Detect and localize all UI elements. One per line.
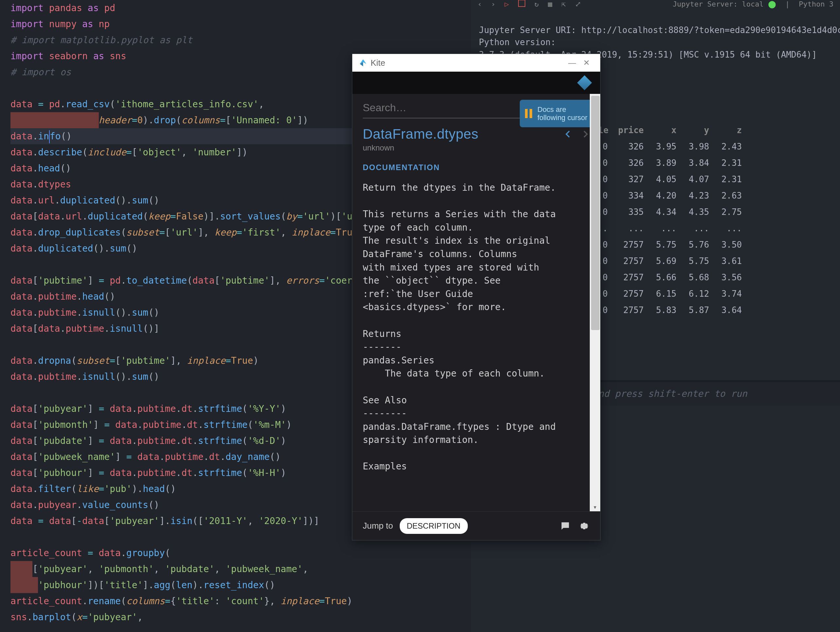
chat-icon[interactable] xyxy=(560,520,571,532)
kite-footer: Jump to DESCRIPTION xyxy=(352,511,600,540)
kite-titlebar[interactable]: Kite — ✕ xyxy=(352,54,600,72)
minimize-icon[interactable]: — xyxy=(565,58,579,67)
documentation-body: Return the dtypes in the DataFrame. This… xyxy=(363,181,590,473)
scrollbar[interactable]: ▴ ▾ xyxy=(590,94,600,511)
run-icon[interactable]: ▷ xyxy=(505,0,509,8)
jump-to-label: Jump to xyxy=(363,521,393,531)
toolbar-chevron-left-icon[interactable]: ‹ xyxy=(478,0,482,8)
follow-label: Docs are following cursor xyxy=(537,105,589,122)
jupyter-toolbar: ‹ › ▷ ↻ ▦ ⇱ ⤢ Jupyter Server: local ⬤ | … xyxy=(471,0,840,8)
stop-icon[interactable] xyxy=(518,0,525,8)
kite-logo-icon xyxy=(359,58,367,67)
history-back-icon[interactable] xyxy=(564,130,573,139)
history-forward-icon[interactable] xyxy=(581,130,590,139)
close-icon[interactable]: ✕ xyxy=(579,58,594,67)
gear-icon[interactable] xyxy=(579,520,590,532)
symbol-kind: unknown xyxy=(363,143,590,152)
kite-copilot-window[interactable]: Kite — ✕ Docs are following cursor DataF… xyxy=(352,54,600,540)
comment: # import matplotlib.pyplot as plt xyxy=(11,35,192,46)
kite-toolbar xyxy=(352,72,600,94)
restart-icon[interactable]: ↻ xyxy=(534,0,539,8)
pause-icon xyxy=(525,109,532,118)
comment: # import os xyxy=(11,67,71,77)
jump-description-pill[interactable]: DESCRIPTION xyxy=(400,518,468,534)
documentation-heading: DOCUMENTATION xyxy=(363,163,590,172)
toolbar-chevron-right-icon[interactable]: › xyxy=(491,0,495,8)
scrollbar-thumb[interactable] xyxy=(591,96,600,330)
expand-icon[interactable]: ⤢ xyxy=(575,0,581,8)
follow-cursor-badge[interactable]: Docs are following cursor xyxy=(520,100,594,127)
symbol-title: DataFrame.dtypes xyxy=(363,126,478,142)
python-version-status[interactable]: Python 3 xyxy=(799,0,834,8)
grid-icon[interactable]: ▦ xyxy=(548,0,552,8)
server-status[interactable]: Jupyter Server: local ⬤ xyxy=(673,0,776,8)
scroll-down-icon[interactable]: ▾ xyxy=(592,504,598,510)
kite-diamond-icon[interactable] xyxy=(577,75,592,90)
kite-window-title: Kite xyxy=(371,58,565,68)
export-icon[interactable]: ⇱ xyxy=(561,0,565,8)
